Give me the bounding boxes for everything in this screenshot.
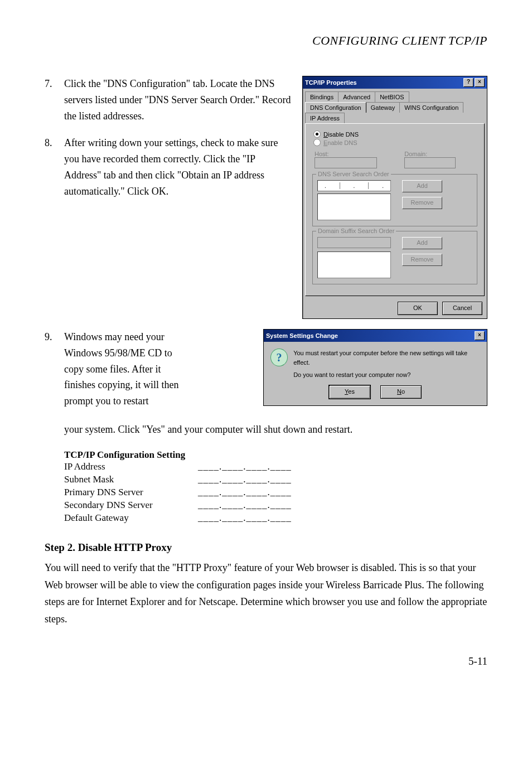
config-secondary-dns-label: Secondary DNS Server (64, 499, 198, 512)
suffix-list (317, 251, 391, 278)
sys-titlebar: System Settings Change × (264, 330, 487, 342)
step-9-text-a: Windows may need your Windows 95/98/ME C… (64, 329, 181, 409)
step-9-text-b: your system. Click "Yes" and your comput… (64, 420, 487, 438)
tab-advanced[interactable]: Advanced (338, 91, 375, 102)
ok-button[interactable]: OK (398, 302, 438, 315)
question-icon: ? (270, 349, 288, 366)
radio-enable-dns[interactable] (313, 139, 321, 146)
suffix-input (317, 237, 391, 248)
step-8-text: After writing down your settings, check … (64, 135, 291, 199)
tab-ip-address[interactable]: IP Address (305, 113, 345, 123)
sys-title: System Settings Change (266, 332, 473, 339)
suffix-order-legend: Domain Suffix Search Order (316, 228, 396, 234)
dns-ip-input: ... (317, 180, 391, 191)
page-number: 5-11 (45, 655, 487, 667)
domain-label: Domain: (404, 151, 427, 157)
tab-wins-configuration[interactable]: WINS Configuration (399, 102, 463, 113)
dns-server-list (317, 194, 391, 220)
tcpip-config-heading: TCP/IP Configuration Setting (64, 449, 487, 461)
cancel-button[interactable]: Cancel (442, 302, 482, 315)
dns-server-search-order-group: DNS Server Search Order ... Add Remove (312, 174, 477, 226)
config-primary-dns-blank: ____.____.____.____ (198, 486, 292, 499)
tab-bindings[interactable]: Bindings (305, 91, 338, 102)
step-8-number: 8. (45, 135, 64, 199)
config-ip-address-blank: ____.____.____.____ (198, 461, 292, 473)
sys-message-line1: You must restart your computer before th… (293, 349, 480, 367)
sys-message-line2: Do you want to restart your computer now… (293, 370, 480, 380)
tcpip-titlebar: TCP/IP Properties ? × (303, 76, 487, 89)
radio-enable-dns-label: Enable DNS (323, 139, 357, 146)
yes-button[interactable]: Yes (329, 385, 370, 399)
config-subnet-mask-blank: ____.____.____.____ (198, 473, 292, 486)
config-default-gateway-label: Default Gateway (64, 512, 198, 525)
step2-body: You will need to verify that the "HTTP P… (45, 559, 487, 627)
suffix-remove-button: Remove (402, 254, 442, 266)
tab-gateway[interactable]: Gateway (366, 102, 400, 113)
dns-add-button: Add (402, 180, 442, 192)
close-button[interactable]: × (475, 78, 485, 87)
radio-disable-dns-label: Disable DNS (323, 131, 359, 138)
domain-input (404, 157, 456, 168)
config-subnet-mask-label: Subnet Mask (64, 473, 198, 486)
dns-remove-button: Remove (402, 197, 442, 209)
system-settings-change-dialog: System Settings Change × ? You must rest… (263, 329, 487, 406)
domain-suffix-search-order-group: Domain Suffix Search Order Add Remove (312, 231, 477, 284)
tcpip-title: TCP/IP Properties (305, 79, 462, 86)
tcpip-properties-dialog: TCP/IP Properties ? × Bindings Advanced … (302, 76, 487, 319)
tab-netbios[interactable]: NetBIOS (375, 91, 409, 102)
help-button[interactable]: ? (463, 78, 473, 87)
host-label: Host: (315, 151, 329, 157)
page-header: CONFIGURING CLIENT TCP/IP (45, 33, 487, 48)
config-ip-address-label: IP Address (64, 461, 198, 473)
dns-order-legend: DNS Server Search Order (316, 171, 391, 177)
config-primary-dns-label: Primary DNS Server (64, 486, 198, 499)
radio-disable-dns[interactable] (313, 130, 321, 138)
tab-dns-configuration[interactable]: DNS Configuration (305, 102, 366, 113)
host-input (315, 157, 377, 168)
suffix-add-button: Add (402, 237, 442, 249)
step2-heading: Step 2. Disable HTTP Proxy (45, 541, 487, 554)
config-default-gateway-blank: ____.____.____.____ (198, 512, 292, 525)
no-button[interactable]: No (380, 385, 422, 399)
sys-close-button[interactable]: × (475, 331, 485, 340)
step-7-text: Click the "DNS Configuration" tab. Locat… (64, 76, 291, 124)
config-secondary-dns-blank: ____.____.____.____ (198, 499, 292, 512)
step-7-number: 7. (45, 76, 64, 124)
step-9-number: 9. (45, 329, 64, 409)
